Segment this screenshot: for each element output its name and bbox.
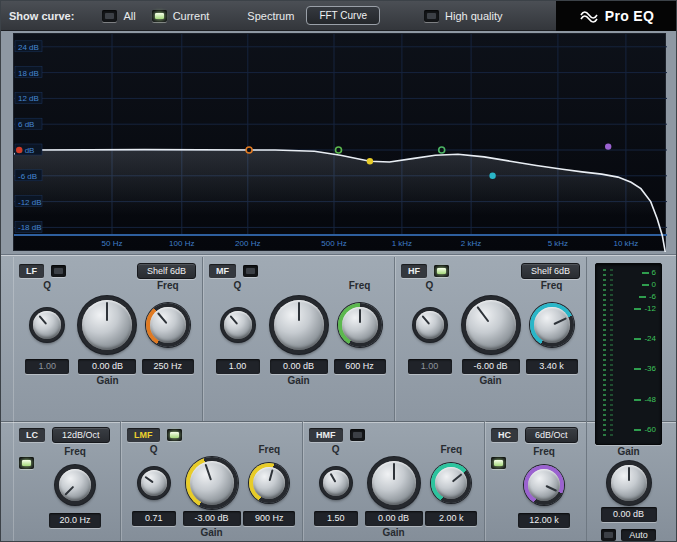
mf-q-group: Q 1.00 [207, 279, 268, 388]
gain-label: Gain [96, 374, 118, 388]
hf-enable-checkbox[interactable] [434, 265, 449, 277]
mf-freq-value[interactable]: 600 Hz [334, 359, 386, 374]
lf-gain-knob[interactable] [78, 296, 136, 354]
hf-gain-knob[interactable] [462, 296, 520, 354]
freq-axis-label: 500 Hz [321, 239, 346, 248]
lc-enable-checkbox[interactable] [19, 457, 34, 469]
db-axis-label: 24 dB [18, 43, 39, 52]
hf-q-value[interactable]: 1.00 [408, 359, 452, 374]
hf-gain-value[interactable]: -6.00 dB [462, 359, 520, 374]
show-all-checkbox[interactable] [102, 10, 117, 22]
lc-freq-value[interactable]: 20.0 Hz [49, 513, 101, 528]
lmf-enable-checkbox[interactable] [167, 429, 182, 441]
lf-mode-button[interactable]: Shelf 6dB [137, 263, 196, 279]
freq-label: Freq [533, 445, 555, 459]
band-handle-hmf[interactable] [439, 147, 445, 153]
meter-scale-row: -6 [639, 292, 656, 302]
hf-mode-button[interactable]: Shelf 6dB [521, 263, 580, 279]
lf-q-value[interactable]: 1.00 [25, 359, 69, 374]
lmf-gain-value[interactable]: -3.00 dB [183, 511, 241, 526]
band-handle-lmf[interactable] [367, 158, 373, 164]
high-quality-checkbox[interactable] [424, 10, 439, 22]
band-handle-lf[interactable] [246, 147, 252, 153]
spectrum-mode-button[interactable]: FFT Curve [306, 6, 380, 25]
hf-band-label: HF [401, 264, 427, 278]
hmf-freq-group: Freq 2.00 k [423, 443, 481, 540]
lf-q-knob[interactable] [30, 308, 64, 342]
lc-band-section: LC 12dB/Oct Freq 20.0 Hz [13, 421, 121, 542]
hc-freq-knob[interactable] [524, 465, 564, 505]
lmf-freq-knob[interactable] [249, 463, 289, 503]
checkbox-led [437, 268, 446, 274]
hmf-enable-checkbox[interactable] [350, 429, 365, 441]
band-handle-hc[interactable] [605, 143, 611, 149]
mf-enable-checkbox[interactable] [243, 265, 258, 277]
lc-freq-group: Freq 20.0 Hz [34, 445, 116, 528]
hc-freq-value[interactable]: 12.00 k [518, 513, 570, 528]
lf-enable-checkbox[interactable] [51, 265, 66, 277]
hc-enable-checkbox[interactable] [491, 457, 506, 469]
hc-slope-button[interactable]: 6dB/Oct [525, 427, 578, 443]
knob-face [528, 469, 560, 501]
hmf-q-knob[interactable] [320, 467, 352, 499]
knob-pointer [136, 465, 172, 501]
mf-q-value[interactable]: 1.00 [216, 359, 260, 374]
lc-freq-knob[interactable] [55, 465, 95, 505]
auto-gain-checkbox[interactable] [601, 529, 616, 541]
knob-face [33, 311, 61, 339]
lf-freq-knob[interactable] [146, 303, 190, 347]
q-label: Q [43, 279, 51, 293]
hf-q-knob[interactable] [413, 308, 447, 342]
meter-tick [639, 296, 646, 298]
lf-band-section: LF Shelf 6dB Q 1.00 0.00 dB Gain Freq 25… [13, 257, 203, 421]
hmf-gain-value[interactable]: 0.00 dB [365, 511, 423, 526]
meter-tick [634, 429, 641, 431]
band-handle-hf[interactable] [489, 173, 495, 179]
hmf-gain-knob[interactable] [368, 457, 420, 509]
hmf-q-value[interactable]: 1.50 [314, 511, 358, 526]
mf-freq-knob[interactable] [338, 303, 382, 347]
lmf-q-value[interactable]: 0.71 [132, 511, 176, 526]
meter-tick [634, 338, 641, 340]
hf-freq-value[interactable]: 3.40 k [526, 359, 578, 374]
meter-scale-number: 6 [652, 268, 656, 278]
hmf-freq-value[interactable]: 2.00 k [425, 511, 477, 526]
checkbox-led [353, 432, 362, 438]
knob-pointer [455, 290, 525, 360]
knob-face [59, 469, 91, 501]
lf-freq-value[interactable]: 250 Hz [142, 359, 194, 374]
db-axis-label: 12 dB [18, 94, 39, 103]
hmf-freq-knob[interactable] [431, 463, 471, 503]
top-bar: Show curve: All Current Spectrum FFT Cur… [1, 1, 677, 31]
lmf-gain-knob[interactable] [186, 457, 238, 509]
lf-gain-group: 0.00 dB Gain [77, 279, 137, 388]
lmf-q-knob[interactable] [138, 467, 170, 499]
pro-eq-plugin-window: Show curve: All Current Spectrum FFT Cur… [0, 0, 677, 542]
checkbox-led [54, 268, 63, 274]
knob-face [150, 307, 186, 343]
db-axis-label: 6 dB [18, 120, 34, 129]
knob-face [274, 300, 324, 350]
presonus-logo: Pro EQ [556, 1, 677, 31]
lf-gain-value[interactable]: 0.00 dB [78, 359, 136, 374]
eq-curve-display[interactable]: 24 dB18 dB12 dB6 dB0 dB-6 dB-12 dB-18 dB… [14, 34, 667, 252]
spectrum-label: Spectrum [247, 10, 294, 22]
mf-gain-knob[interactable] [270, 296, 328, 354]
knob-face [534, 307, 570, 343]
meter-scale-row: -24 [634, 334, 656, 344]
hmf-gain-group: 0.00 dB Gain [365, 443, 423, 540]
lc-slope-button[interactable]: 12dB/Oct [52, 427, 110, 443]
mf-gain-value[interactable]: 0.00 dB [270, 359, 328, 374]
band-handle-lc[interactable] [16, 147, 22, 153]
mf-q-knob[interactable] [221, 308, 255, 342]
output-level-meter: 60-6-12-24-36-48-60 [595, 263, 662, 445]
output-gain-value[interactable]: 0.00 dB [601, 507, 657, 522]
show-current-checkbox[interactable] [152, 10, 167, 22]
band-handle-mf[interactable] [336, 147, 342, 153]
wave-icon [580, 8, 598, 24]
hf-freq-knob[interactable] [530, 303, 574, 347]
output-gain-knob[interactable] [607, 461, 651, 505]
meter-scale-row: 0 [642, 280, 656, 290]
lmf-freq-value[interactable]: 900 Hz [243, 511, 295, 526]
hf-band-section: HF Shelf 6dB Q 1.00 -6.00 dB Gain Freq 3… [395, 257, 587, 421]
